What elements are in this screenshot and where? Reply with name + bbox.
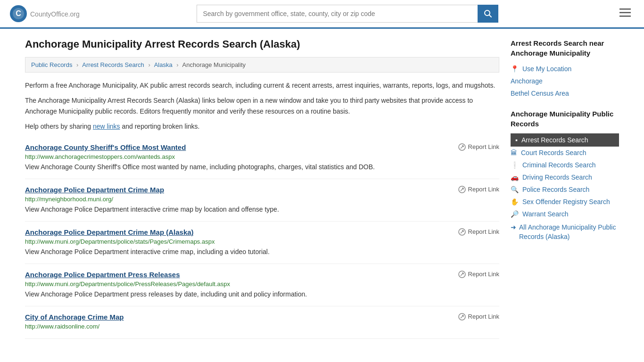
description-3: Help others by sharing new links and rep… — [25, 121, 499, 132]
driving-records-label: Driving Records Search — [522, 173, 592, 181]
hamburger-menu-button[interactable] — [616, 7, 635, 21]
breadcrumb-current: Anchorage Municipality — [182, 61, 246, 68]
page-title: Anchorage Municipality Arrest Records Se… — [25, 38, 499, 50]
sex-offender-icon: ✋ — [511, 198, 519, 206]
use-my-location-link[interactable]: 📍 Use My Location — [511, 63, 619, 75]
sidebar-criminal-records[interactable]: ❕ Criminal Records Search — [511, 159, 619, 171]
all-records-arrow: ➜ — [511, 223, 516, 232]
svg-rect-5 — [619, 8, 631, 10]
sidebar: Arrest Records Search near Anchorage Mun… — [511, 38, 619, 339]
report-link-0[interactable]: Report Link — [458, 143, 499, 151]
svg-line-21 — [461, 273, 463, 276]
result-desc-2: View Anchorage Police Department interac… — [25, 247, 499, 257]
result-url-3[interactable]: http://www.muni.org/Departments/police/P… — [25, 280, 499, 288]
description-1: Perform a free Anchorage Municipality, A… — [25, 80, 499, 90]
public-records-heading: Anchorage Municipality Public Records — [511, 109, 619, 129]
content-area: Anchorage Municipality Arrest Records Se… — [25, 38, 499, 339]
report-link-2[interactable]: Report Link — [458, 228, 499, 236]
result-url-0[interactable]: http://www.anchoragecrimestoppers.com/wa… — [25, 153, 499, 160]
warrant-icon: 🔎 — [511, 210, 519, 218]
court-icon: 🏛 — [511, 149, 517, 156]
sidebar-warrant-search[interactable]: 🔎 Warrant Search — [511, 208, 619, 220]
results-list: Anchorage County Sheriff's Office Most W… — [25, 137, 499, 339]
svg-text:C: C — [16, 9, 21, 17]
sidebar-driving-records[interactable]: 🚗 Driving Records Search — [511, 171, 619, 183]
result-desc-3: View Anchorage Police Department press r… — [25, 289, 499, 299]
desc3-pre: Help others by sharing — [25, 123, 93, 130]
sidebar-arrest-records[interactable]: ▪ Arrest Records Search — [511, 133, 619, 147]
logo-icon: C — [9, 5, 27, 23]
description-2: The Anchorage Municipality Arrest Record… — [25, 95, 499, 116]
result-item: Anchorage County Sheriff's Office Most W… — [25, 137, 499, 179]
report-icon-2 — [458, 228, 466, 236]
nearby-anchorage-link[interactable]: Anchorage — [511, 75, 619, 87]
report-link-3[interactable]: Report Link — [458, 271, 499, 278]
location-icon: 📍 — [511, 65, 519, 73]
arrest-icon: ▪ — [515, 136, 518, 144]
result-item: Anchorage Police Department Crime Map (A… — [25, 222, 499, 264]
result-desc-1: View Anchorage Police Department interac… — [25, 205, 499, 214]
search-bar — [197, 5, 498, 23]
all-records-label: All Anchorage Municipality Public Record… — [519, 223, 619, 241]
result-title-1[interactable]: Anchorage Police Department Crime Map — [25, 186, 164, 194]
result-title-4[interactable]: City of Anchorage Crime Map — [25, 313, 124, 321]
nearby-bethel-link[interactable]: Bethel Census Area — [511, 87, 619, 99]
breadcrumb-arrest-records[interactable]: Arrest Records Search — [82, 61, 144, 68]
report-icon-3 — [458, 271, 466, 278]
warrant-search-label: Warrant Search — [522, 210, 569, 218]
breadcrumb-sep-2: › — [148, 61, 150, 68]
result-item: City of Anchorage Crime Map Report Link … — [25, 306, 499, 339]
driving-icon: 🚗 — [511, 173, 519, 181]
result-title-0[interactable]: Anchorage County Sheriff's Office Most W… — [25, 143, 186, 151]
logo-name: CountyOffice — [30, 10, 68, 18]
public-records-section: Anchorage Municipality Public Records ▪ … — [511, 109, 619, 244]
result-desc-0: View Anchorage County Sheriff's Office m… — [25, 162, 499, 172]
sex-offender-label: Sex Offender Registry Search — [522, 198, 610, 206]
report-link-1[interactable]: Report Link — [458, 186, 499, 193]
police-icon: 🔍 — [511, 186, 519, 193]
report-icon-1 — [458, 186, 466, 193]
svg-line-4 — [489, 15, 492, 17]
result-url-2[interactable]: http://www.muni.org/Departments/police/s… — [25, 238, 499, 245]
result-item: Anchorage Police Department Press Releas… — [25, 264, 499, 306]
logo-text: CountyOffice.org — [30, 9, 80, 19]
result-url-1[interactable]: http://myneighborhood.muni.org/ — [25, 196, 499, 203]
sidebar-sex-offender[interactable]: ✋ Sex Offender Registry Search — [511, 196, 619, 208]
svg-rect-6 — [619, 12, 631, 13]
arrest-records-label: Arrest Records Search — [521, 136, 588, 144]
hamburger-icon — [619, 8, 631, 17]
nearby-section: Arrest Records Search near Anchorage Mun… — [511, 38, 619, 99]
nearby-heading: Arrest Records Search near Anchorage Mun… — [511, 38, 619, 58]
breadcrumb-alaska[interactable]: Alaska — [154, 61, 173, 68]
all-public-records-link[interactable]: ➜ All Anchorage Municipality Public Reco… — [511, 220, 619, 244]
breadcrumb-sep-1: › — [76, 61, 78, 68]
breadcrumb-public-records[interactable]: Public Records — [31, 61, 72, 68]
result-url-4[interactable]: http://www.raidsonline.com/ — [25, 323, 499, 330]
search-button[interactable] — [478, 5, 498, 23]
breadcrumb-sep-3: › — [176, 61, 178, 68]
sidebar-police-records[interactable]: 🔍 Police Records Search — [511, 183, 619, 196]
use-my-location-label: Use My Location — [522, 65, 571, 73]
report-icon-4 — [458, 313, 466, 321]
svg-rect-7 — [619, 16, 631, 17]
result-title-3[interactable]: Anchorage Police Department Press Releas… — [25, 271, 180, 279]
police-records-label: Police Records Search — [522, 186, 589, 193]
svg-line-25 — [461, 315, 463, 318]
criminal-icon: ❕ — [511, 161, 519, 169]
svg-line-13 — [461, 188, 463, 191]
logo-suffix: .org — [68, 10, 80, 18]
new-links-link[interactable]: new links — [93, 123, 120, 130]
result-title-2[interactable]: Anchorage Police Department Crime Map (A… — [25, 228, 194, 236]
svg-line-17 — [461, 230, 463, 233]
report-link-4[interactable]: Report Link — [458, 313, 499, 321]
sidebar-court-records[interactable]: 🏛 Court Records Search — [511, 147, 619, 159]
court-records-label: Court Records Search — [521, 149, 586, 156]
search-icon — [484, 9, 492, 18]
svg-line-9 — [461, 146, 463, 148]
breadcrumb: Public Records › Arrest Records Search ›… — [25, 57, 499, 73]
report-icon-0 — [458, 143, 466, 151]
logo[interactable]: C CountyOffice.org — [9, 5, 80, 23]
desc3-post: and reporting broken links. — [120, 123, 200, 130]
search-input[interactable] — [197, 5, 478, 23]
nearby-anchorage-label: Anchorage — [511, 77, 543, 85]
